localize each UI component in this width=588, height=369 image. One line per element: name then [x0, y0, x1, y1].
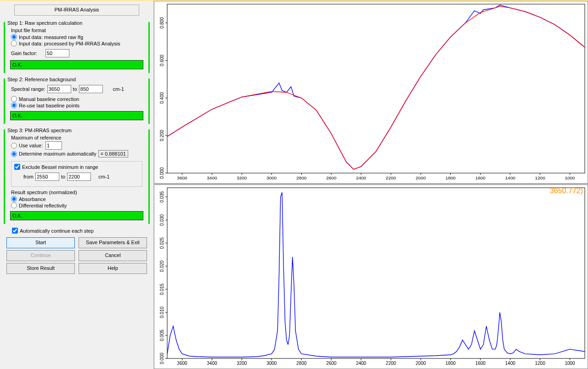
- step1-status: O.K.: [10, 60, 143, 69]
- svg-text:1400: 1400: [505, 361, 516, 366]
- svg-text:0.020: 0.020: [159, 260, 164, 272]
- step2-block: Step 2: Reference background Spectral ra…: [5, 77, 149, 124]
- step2-status-bar-right: [148, 78, 150, 124]
- radio-absorbance-input[interactable]: [11, 196, 17, 202]
- svg-text:1600: 1600: [475, 175, 486, 180]
- maxref-label: Maximum of reference: [11, 135, 147, 140]
- radio-absorbance[interactable]: Absorbance: [11, 196, 147, 202]
- svg-text:3000: 3000: [266, 175, 277, 180]
- auto-continue-checkbox[interactable]: [12, 228, 18, 234]
- spectral-range-from-input[interactable]: [47, 85, 71, 93]
- store-result-button[interactable]: Store Result: [6, 263, 75, 274]
- svg-text:2600: 2600: [326, 175, 337, 180]
- bessel-from-input[interactable]: [35, 173, 59, 181]
- svg-text:1400: 1400: [505, 175, 516, 180]
- svg-text:2400: 2400: [356, 361, 367, 366]
- step3-block: Step 3: PM-IRRAS spectrum Maximum of ref…: [5, 128, 149, 224]
- result-spectrum-label: Result spectrum (normalized): [11, 190, 147, 195]
- radio-diff-refl-label: Differential reflectivity: [19, 203, 67, 208]
- svg-text:0.025: 0.025: [159, 237, 164, 249]
- svg-text:3600: 3600: [177, 361, 187, 366]
- svg-text:3000: 3000: [266, 361, 277, 366]
- button-grid: Start Save Parameters & Exit Continue Ca…: [5, 237, 149, 274]
- radio-auto-max-label: Determine maximum automatically: [19, 151, 96, 157]
- bessel-checkbox-label: Exclude Bessel minimum in range: [22, 164, 98, 170]
- radio-reuse-baseline-input[interactable]: [11, 102, 17, 108]
- step2-status-bar-left: [4, 78, 5, 124]
- radio-manual-baseline-input[interactable]: [11, 96, 17, 102]
- radio-raw-ifg[interactable]: Input data: measured raw Ifg: [11, 34, 147, 40]
- svg-text:0.400: 0.400: [159, 92, 164, 104]
- step3-status-bar-left: [4, 129, 5, 224]
- svg-text:0.010: 0.010: [159, 307, 164, 318]
- radio-absorbance-label: Absorbance: [19, 196, 46, 202]
- bessel-checkbox[interactable]: [14, 164, 20, 170]
- continue-button[interactable]: Continue: [6, 250, 75, 261]
- reference-chart[interactable]: 0.0000.2000.4000.6000.800360034003200300…: [154, 1, 588, 184]
- radio-use-value-input[interactable]: [11, 143, 17, 149]
- radio-use-value-label: Use value:: [19, 143, 43, 148]
- gain-factor-input[interactable]: [45, 49, 69, 57]
- svg-text:2600: 2600: [326, 361, 337, 366]
- chart-annotation: 3650.772): [550, 187, 583, 195]
- gain-factor-label: Gain factor:: [11, 50, 37, 56]
- auto-continue-label: Automatically continue each step: [20, 228, 94, 234]
- svg-text:2800: 2800: [296, 361, 307, 366]
- svg-text:0.005: 0.005: [159, 330, 164, 341]
- svg-rect-39: [167, 188, 585, 358]
- radio-use-value[interactable]: Use value:: [11, 141, 147, 150]
- radio-auto-max[interactable]: Determine maximum automatically = 0.8881…: [11, 150, 147, 157]
- svg-text:2200: 2200: [386, 361, 396, 366]
- use-value-input[interactable]: [45, 141, 62, 150]
- cancel-button[interactable]: Cancel: [79, 250, 147, 261]
- radio-reuse-baseline[interactable]: Re-use last baseline points: [11, 102, 147, 108]
- svg-text:1000: 1000: [565, 361, 575, 366]
- bessel-from-word: from: [23, 174, 34, 179]
- svg-text:0.000: 0.000: [159, 167, 164, 179]
- bessel-to-word: to: [61, 174, 65, 179]
- radio-diff-refl[interactable]: Differential reflectivity: [11, 202, 147, 208]
- radio-processed[interactable]: Input data: processed by PM-IRRAS Analys…: [11, 40, 147, 46]
- radio-processed-input[interactable]: [11, 40, 17, 46]
- bessel-to-input[interactable]: [67, 173, 91, 181]
- radio-raw-ifg-input[interactable]: [11, 34, 17, 40]
- svg-rect-0: [167, 4, 585, 173]
- radio-raw-ifg-label: Input data: measured raw Ifg: [19, 34, 83, 40]
- svg-text:0.800: 0.800: [159, 17, 164, 28]
- analysis-header-button[interactable]: PM-IRRAS Analysis: [14, 5, 139, 16]
- svg-text:0.015: 0.015: [159, 283, 164, 295]
- control-panel: PM-IRRAS Analysis Step 1: Raw spectrum c…: [0, 1, 154, 369]
- svg-text:0.200: 0.200: [159, 129, 164, 141]
- svg-text:1200: 1200: [535, 175, 545, 180]
- radio-diff-refl-input[interactable]: [11, 202, 17, 208]
- step1-status-bar-left: [4, 22, 5, 73]
- radio-processed-label: Input data: processed by PM-IRRAS Analys…: [19, 41, 120, 46]
- save-params-button[interactable]: Save Parameters & Exit: [79, 237, 147, 248]
- radio-manual-baseline[interactable]: Manual baseline correction: [11, 96, 147, 102]
- auto-continue-row[interactable]: Automatically continue each step: [12, 228, 149, 234]
- step1-status-bar-right: [148, 22, 150, 73]
- svg-text:1800: 1800: [446, 175, 456, 180]
- svg-text:0.600: 0.600: [159, 55, 164, 66]
- svg-text:2400: 2400: [356, 175, 367, 180]
- svg-text:3400: 3400: [207, 175, 217, 180]
- step1-block: Step 1: Raw spectrum calculation Input f…: [5, 20, 149, 73]
- svg-text:2000: 2000: [416, 175, 426, 180]
- spectral-range-unit: cm-1: [113, 86, 124, 92]
- range-to-word: to: [73, 86, 77, 92]
- spectral-range-label: Spectral range:: [11, 86, 45, 92]
- step1-title: Step 1: Raw spectrum calculation: [7, 20, 147, 26]
- step3-status-bar-right: [148, 129, 150, 224]
- result-chart[interactable]: 3650.772) 0.0000.0050.0100.0150.0200.025…: [154, 184, 588, 369]
- radio-manual-baseline-label: Manual baseline correction: [19, 96, 79, 102]
- radio-auto-max-input[interactable]: [11, 151, 17, 157]
- svg-text:0.035: 0.035: [159, 191, 164, 202]
- help-button[interactable]: Help: [79, 263, 147, 274]
- bessel-checkbox-row[interactable]: Exclude Bessel minimum in range: [14, 164, 139, 170]
- step3-status: O.K.: [10, 211, 143, 220]
- svg-text:2200: 2200: [386, 175, 396, 180]
- step2-title: Step 2: Reference background: [7, 77, 147, 82]
- start-button[interactable]: Start: [6, 237, 75, 248]
- spectral-range-to-input[interactable]: [79, 85, 103, 93]
- step3-title: Step 3: PM-IRRAS spectrum: [7, 128, 147, 133]
